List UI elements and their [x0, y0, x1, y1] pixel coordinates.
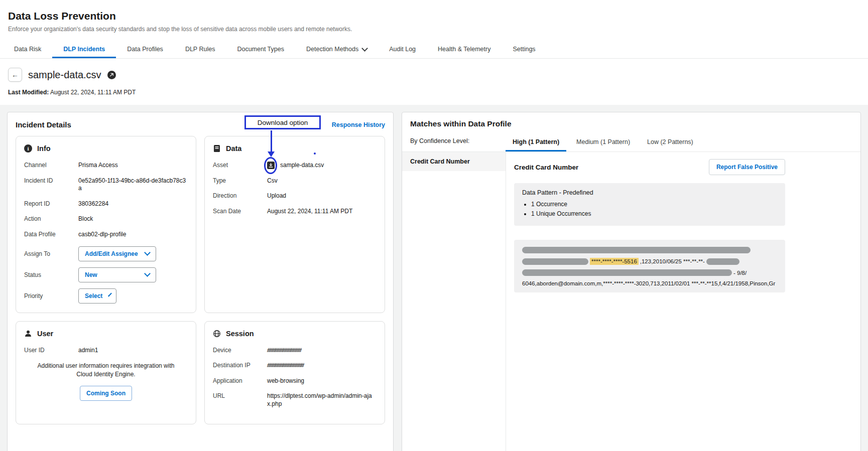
tab-dlp-rules[interactable]: DLP Rules [174, 41, 226, 58]
status-dropdown[interactable]: New [78, 267, 156, 282]
redaction-bar [706, 258, 739, 265]
tab-detection-methods-label: Detection Methods [306, 46, 358, 53]
field-url: URL https://dlptest.com/wp-admin/admin-a… [213, 392, 377, 408]
page-header: Data Loss Prevention Enforce your organi… [0, 0, 868, 33]
field-type: Type Csv [213, 177, 377, 185]
tab-audit-log[interactable]: Audit Log [378, 41, 427, 58]
matches-body: Credit Card Number Credit Card Number Re… [402, 152, 860, 451]
tab-document-types[interactable]: Document Types [226, 41, 295, 58]
response-history-link[interactable]: Response History [332, 121, 385, 128]
chevron-down-icon [144, 249, 151, 256]
chevron-down-icon [144, 270, 151, 277]
file-name: sample-data.csv [28, 69, 101, 81]
field-device: Device ############# [213, 347, 377, 355]
redaction-bar [522, 258, 588, 265]
file-header: ← sample-data.csv [0, 59, 868, 82]
chevron-down-icon [361, 45, 368, 52]
report-false-positive-button[interactable]: Report False Positive [709, 159, 785, 175]
tab-dlp-incidents[interactable]: DLP Incidents [52, 41, 116, 58]
info-card-title: Info [37, 144, 51, 153]
data-card: Data Asset sample-data.csv [204, 136, 385, 313]
field-direction: Direction Upload [213, 192, 377, 200]
assign-to-label: Assign To [24, 250, 78, 257]
confidence-level-label: By Confidence Level: [402, 134, 506, 152]
field-scan-date: Scan Date August 22, 2024, 11:11 AM PDT [213, 208, 377, 216]
session-card: Session Device ############# Destination… [204, 321, 385, 424]
tab-health-telemetry[interactable]: Health & Telemetry [427, 41, 502, 58]
info-card-header: i Info [24, 144, 188, 153]
info-icon: i [24, 144, 32, 153]
download-icon[interactable] [267, 162, 275, 169]
priority-label: Priority [24, 292, 78, 299]
annotation-ellipse [264, 157, 277, 174]
annotation-arrow-line [271, 130, 272, 152]
user-card: User User ID admin1 Additional user info… [16, 321, 196, 424]
field-channel: Channel Prisma Access [24, 162, 188, 170]
user-integration-note: Additional user information requires int… [31, 362, 181, 379]
session-card-title: Session [226, 330, 254, 338]
user-card-title: User [37, 330, 53, 338]
pattern-summary-list: 1 Occurrence 1 Unique Occurrences [522, 201, 777, 217]
incident-cards-grid: i Info Channel Prisma Access Incident ID… [16, 136, 385, 424]
file-badge-icon [107, 71, 116, 79]
confidence-tabs: High (1 Pattern) Medium (1 Pattern) Low … [506, 135, 700, 152]
snippet-redacted-line-3: - 9/8/ [522, 269, 777, 276]
pattern-detail-title: Credit Card Number [514, 164, 578, 171]
status-label: Status [24, 271, 78, 278]
chevron-down-icon [108, 293, 112, 297]
priority-dropdown[interactable]: Select [78, 288, 116, 304]
last-modified-value: August 22, 2024, 11:11 AM PDT [50, 89, 136, 96]
snippet-after-highlight: ,123,2010/06/25 ***-**-**- [640, 258, 705, 264]
field-destination-ip: Destination IP ############## [213, 362, 377, 370]
field-application: Application web-browsing [213, 377, 377, 385]
matches-panel-title: Matches within Data Profile [402, 112, 860, 134]
field-data-profile: Data Profile casb02-dlp-profile [24, 231, 188, 239]
redaction-bar [522, 269, 732, 276]
field-incident-id: Incident ID 0e52a950-1f13-49bc-a86d-de3f… [24, 177, 188, 193]
field-report-id: Report ID 380362284 [24, 200, 188, 208]
assign-to-dropdown[interactable]: Add/Edit Assignee [78, 246, 156, 261]
confidence-tab-low[interactable]: Low (2 Patterns) [640, 135, 700, 152]
last-modified-label: Last Modified: [8, 89, 49, 96]
assign-to-value: Add/Edit Assignee [85, 250, 138, 257]
data-icon [213, 144, 221, 153]
session-card-header: Session [213, 330, 377, 338]
tab-settings[interactable]: Settings [502, 41, 546, 58]
pattern-summary-box: Data Pattern - Predefined 1 Occurrence 1… [514, 183, 785, 226]
snippet-line3-tail: - 9/8/ [733, 270, 747, 276]
match-snippet-box: ****-****-****-5516 ,123,2010/06/25 ***-… [514, 240, 785, 292]
status-value: New [85, 271, 97, 278]
incident-details-header: Incident Details Response History [16, 120, 385, 129]
globe-icon [213, 330, 221, 338]
incident-details-title: Incident Details [16, 120, 71, 129]
tab-data-profiles[interactable]: Data Profiles [116, 41, 174, 58]
snippet-visible-line: 6046,aborden@domain.com,m,****-****-****… [522, 280, 777, 286]
summary-occurrence: 1 Occurrence [531, 201, 777, 208]
back-arrow-icon: ← [12, 71, 19, 79]
redaction-bar [522, 247, 751, 253]
pattern-list: Credit Card Number [402, 152, 506, 451]
priority-row: Priority Select [24, 288, 188, 304]
confidence-tab-medium[interactable]: Medium (1 Pattern) [569, 135, 637, 152]
user-card-header: User [24, 330, 188, 338]
last-modified: Last Modified: August 22, 2024, 11:11 AM… [0, 82, 868, 105]
pattern-item-credit-card-number[interactable]: Credit Card Number [402, 152, 506, 171]
destination-ip-redacted-value: ############## [267, 362, 304, 370]
tab-detection-methods[interactable]: Detection Methods [295, 41, 378, 58]
priority-value: Select [85, 292, 102, 299]
coming-soon-button[interactable]: Coming Soon [80, 386, 132, 401]
back-button[interactable]: ← [8, 68, 22, 82]
snippet-match-line: ****-****-****-5516 ,123,2010/06/25 ***-… [522, 258, 777, 265]
confidence-tab-high[interactable]: High (1 Pattern) [506, 135, 566, 152]
pattern-summary-heading: Data Pattern - Predefined [522, 189, 777, 196]
pattern-detail-header: Credit Card Number Report False Positive [514, 159, 785, 175]
field-action: Action Block [24, 215, 188, 223]
matches-panel: Matches within Data Profile By Confidenc… [402, 112, 861, 451]
data-card-title: Data [226, 144, 241, 153]
status-row: Status New [24, 267, 188, 282]
main-nav-tabs: Data Risk DLP Incidents Data Profiles DL… [0, 41, 868, 59]
user-icon [24, 330, 32, 338]
summary-unique-occurrences: 1 Unique Occurrences [531, 210, 777, 217]
tab-data-risk[interactable]: Data Risk [3, 41, 52, 58]
download-option-annotation-label: Download option [258, 119, 308, 126]
